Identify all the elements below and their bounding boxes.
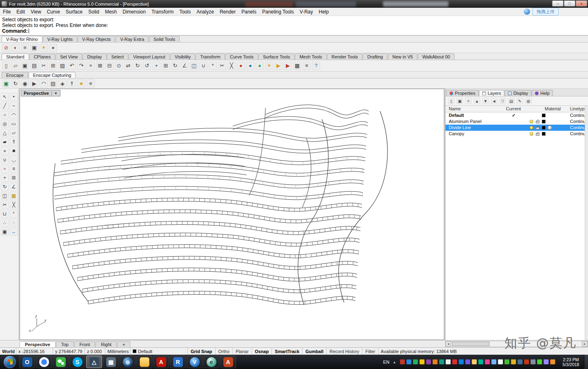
vray-render-icon[interactable]: ⊘ [2, 44, 10, 52]
point-icon[interactable]: • [10, 93, 18, 101]
layer-lock-icon[interactable] [536, 121, 539, 123]
viewport-menu-arrow-icon[interactable]: ▼ [51, 91, 60, 96]
drag-upload-button[interactable]: 拖拽上传 [532, 8, 559, 16]
redo-icon[interactable]: ↷ [77, 62, 85, 70]
layer-row-canopy[interactable]: CanopyContinuous [445, 131, 588, 137]
tray-icon-20[interactable] [524, 359, 529, 365]
vray-tab-v-ray-lights[interactable]: V-Ray Lights [43, 36, 77, 42]
toolbar-tab-viewport-layout[interactable]: Viewport Layout [129, 54, 170, 60]
move-layer-up-icon[interactable]: ▲ [474, 98, 480, 104]
ellipse-icon[interactable]: ◎ [1, 120, 9, 128]
menu-transform[interactable]: Transform [149, 8, 176, 16]
enscape-favorites-icon[interactable]: ★ [77, 79, 85, 87]
menu-mesh[interactable]: Mesh [102, 8, 120, 16]
tray-icon-24[interactable] [550, 359, 555, 365]
menu-file[interactable]: File [0, 8, 13, 16]
tray-icon-16[interactable] [498, 359, 503, 365]
toolbar-tab-surface-tools[interactable]: Surface Tools [258, 54, 294, 60]
offset-icon[interactable]: ≡ [10, 165, 18, 173]
move-icon[interactable]: + [152, 62, 160, 70]
menu-view[interactable]: View [28, 8, 44, 16]
vray-options-icon[interactable]: ≡ [21, 44, 29, 52]
vray-tab-solid-tools[interactable]: Solid Tools [149, 36, 180, 42]
menu-render[interactable]: Render [217, 8, 238, 16]
panel-tab-help[interactable]: Help [532, 90, 553, 96]
toolbar-tab-transform[interactable]: Transform [196, 54, 225, 60]
object-properties-icon[interactable]: ≡ [303, 62, 311, 70]
toolbar-tab-curve-tools[interactable]: Curve Tools [225, 54, 258, 60]
vray-tab-v-ray-objects[interactable]: V-Ray Objects [78, 36, 115, 42]
help-icon[interactable]: ? [312, 62, 320, 70]
filter-layers-icon[interactable]: ▽ [499, 98, 506, 104]
taskbar-app-acrobat[interactable]: A [153, 356, 169, 368]
vray-tab-v-ray-extra[interactable]: V-Ray Extra [116, 36, 149, 42]
enscape-tab-enscape[interactable]: Enscape [2, 72, 28, 78]
named-cplane-flag-icon[interactable]: ▶ [284, 62, 292, 70]
toolbar-tab-new-in-v5[interactable]: New in V5 [388, 54, 417, 60]
rectangle-icon[interactable]: ▭ [10, 120, 18, 128]
tray-icon-13[interactable] [478, 359, 483, 365]
polygon-icon[interactable]: △ [1, 129, 9, 137]
panel-tab-display[interactable]: Display [505, 90, 531, 96]
material-editor-icon[interactable]: ● [256, 62, 264, 70]
layer-visibility-bulb-icon[interactable] [530, 132, 533, 136]
boolean-icon[interactable]: ∪ [1, 156, 9, 164]
tray-icon-11[interactable] [465, 359, 470, 365]
freeform-curve-icon[interactable]: ~ [10, 102, 18, 110]
layer-material-ball-icon[interactable] [548, 125, 552, 130]
scroll-left-icon[interactable]: ◄ [445, 341, 451, 347]
enscape-start-icon[interactable]: ▣ [2, 79, 10, 87]
panel-tab-layers[interactable]: Layers [479, 90, 504, 96]
command-prompt[interactable]: Command: [2, 28, 586, 34]
render-icon[interactable]: ● [237, 62, 245, 70]
status-toggle-planar[interactable]: Planar [233, 348, 252, 355]
units-indicator[interactable]: Millimeters [105, 348, 131, 355]
layer-lock-icon[interactable] [536, 127, 539, 130]
taskbar-app-calculator[interactable]: ▦ [103, 356, 119, 368]
zoom-selected-icon[interactable]: ⊙ [115, 62, 123, 70]
tray-icon-15[interactable] [491, 359, 497, 365]
zoom-window-icon[interactable]: ⊟ [105, 62, 114, 70]
named-view-flag-icon[interactable]: ▶ [274, 62, 283, 70]
toolbar-tab-render-tools[interactable]: Render Tools [327, 54, 363, 60]
paste-icon[interactable]: ▨ [58, 62, 67, 70]
menu-panels[interactable]: Panels [238, 8, 259, 16]
points-on-icon[interactable]: ∴ [1, 219, 9, 227]
cplane-selector[interactable]: World [0, 348, 16, 355]
polyline-icon[interactable]: ╱ [1, 102, 9, 110]
blend-icon[interactable]: ≈ [1, 165, 9, 173]
menu-dimension[interactable]: Dimension [120, 8, 149, 16]
menu-analyze[interactable]: Analyze [194, 8, 217, 16]
enscape-screenshot-icon[interactable]: ◉ [21, 79, 29, 87]
layer-tools-icon[interactable]: ✎ [517, 98, 523, 104]
menu-edit[interactable]: Edit [13, 8, 28, 16]
viewport-tab-new-viewport[interactable]: + [117, 341, 130, 347]
tray-icon-1[interactable] [400, 359, 405, 365]
sweep-icon[interactable]: ▰ [1, 138, 9, 146]
split-tool-icon[interactable]: ╳ [10, 201, 18, 209]
scale-tool-icon[interactable]: ∠ [10, 183, 18, 191]
status-toggle-ortho[interactable]: Ortho [216, 348, 233, 355]
box-icon[interactable]: ■ [10, 147, 18, 155]
tray-icon-7[interactable] [439, 359, 444, 365]
taskbar-app-skype[interactable]: S [69, 356, 85, 368]
tray-icon-17[interactable] [504, 359, 510, 365]
move-tool-icon[interactable]: + [1, 174, 9, 182]
tray-icon-18[interactable] [511, 359, 516, 365]
join-tool-icon[interactable]: ⊔ [1, 210, 9, 218]
language-indicator[interactable]: EN [381, 360, 392, 365]
sphere-icon[interactable]: ● [1, 147, 9, 155]
enscape-live-update-icon[interactable]: ↻ [11, 79, 20, 87]
close-button[interactable]: × [576, 0, 587, 7]
tray-icon-14[interactable] [485, 359, 490, 365]
toolbar-tab-mesh-tools[interactable]: Mesh Tools [295, 54, 326, 60]
status-toggle-osnap[interactable]: Osnap [252, 348, 272, 355]
layer-visibility-bulb-icon[interactable] [530, 126, 533, 130]
rotate-tool-icon[interactable]: ↻ [1, 183, 9, 191]
new-file-icon[interactable]: ▯ [2, 62, 10, 70]
explode-tool-icon[interactable]: * [10, 210, 18, 218]
copy-icon[interactable]: ⊞ [49, 62, 57, 70]
tray-icon-23[interactable] [543, 359, 549, 365]
taskbar-app-rhino-cad[interactable]: △ [86, 356, 102, 368]
layer-row-divide-line[interactable]: Divide LineContinuous [445, 125, 588, 131]
